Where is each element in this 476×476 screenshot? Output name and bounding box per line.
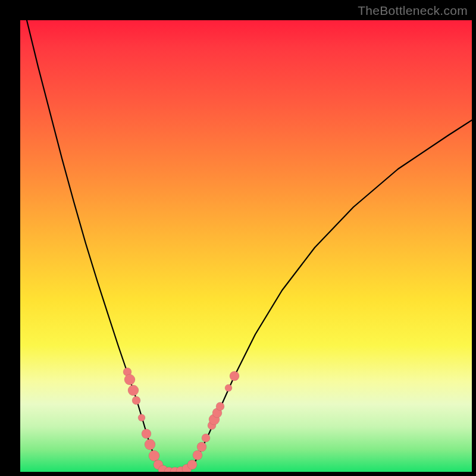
- data-dot: [176, 466, 186, 472]
- data-dot: [216, 402, 224, 411]
- curve-valley-floor: [160, 468, 190, 472]
- data-dot: [149, 450, 159, 461]
- data-dot: [187, 460, 197, 469]
- curve-svg: [20, 20, 472, 472]
- curve-left-branch: [27, 20, 160, 468]
- curve-right-branch: [190, 120, 472, 468]
- data-dot: [154, 460, 163, 469]
- data-dot: [182, 464, 192, 472]
- data-dot: [145, 439, 155, 450]
- data-dots: [123, 368, 239, 472]
- data-dot: [124, 374, 135, 385]
- data-dot: [202, 434, 210, 442]
- chart-frame: TheBottleneck.com: [0, 0, 476, 476]
- watermark-text: TheBottleneck.com: [358, 4, 468, 18]
- data-dot: [197, 442, 206, 452]
- data-dot: [208, 421, 216, 430]
- data-dot: [128, 385, 139, 396]
- data-dot: [209, 414, 220, 425]
- data-dot: [193, 450, 202, 460]
- data-dot: [132, 396, 140, 405]
- plot-area: [20, 20, 472, 472]
- data-dot: [142, 429, 151, 439]
- data-dot: [164, 467, 174, 472]
- data-dot: [123, 368, 131, 376]
- data-dot: [138, 414, 145, 421]
- data-dot: [158, 465, 168, 472]
- data-dot: [170, 467, 180, 472]
- data-dot: [230, 371, 239, 381]
- data-dot: [225, 384, 232, 392]
- data-dot: [212, 408, 222, 418]
